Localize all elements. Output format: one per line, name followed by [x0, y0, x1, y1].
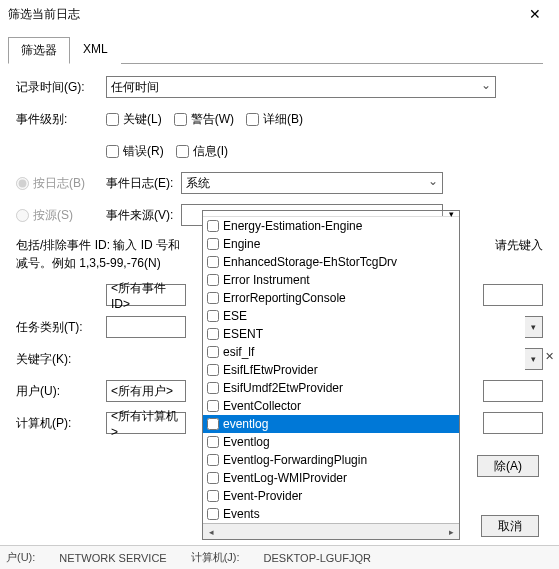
dropdown-item[interactable]: Eventlog-ForwardingPlugin	[203, 451, 459, 469]
dropdown-item[interactable]: Event-Provider	[203, 487, 459, 505]
dropdown-item[interactable]: EventCollector	[203, 397, 459, 415]
computer-input[interactable]: <所有计算机>	[106, 412, 186, 434]
dropdown-item[interactable]: ESE	[203, 307, 459, 325]
cancel-button[interactable]: 取消	[481, 515, 539, 537]
tab-filter[interactable]: 筛选器	[8, 37, 70, 64]
status-bar: 户(U): NETWORK SERVICE 计算机(J): DESKTOP-LG…	[0, 545, 559, 569]
task-dropdown-icon[interactable]	[525, 316, 543, 338]
label-level: 事件级别:	[16, 111, 106, 128]
radio-by-source: 按源(S)	[16, 207, 106, 224]
dropdown-list: Energy-Estimation-EngineEngineEnhancedSt…	[203, 217, 459, 523]
radio-by-log: 按日志(B)	[16, 175, 106, 192]
task-category-input[interactable]	[106, 316, 186, 338]
dropdown-item[interactable]: Engine	[203, 235, 459, 253]
check-verbose[interactable]: 详细(B)	[246, 111, 303, 128]
check-info[interactable]: 信息(I)	[176, 143, 228, 160]
check-critical[interactable]: 关键(L)	[106, 111, 162, 128]
dropdown-item[interactable]: eventlog	[203, 415, 459, 433]
dropdown-item[interactable]: Events	[203, 505, 459, 523]
horizontal-scrollbar[interactable]: ◂ ▸	[203, 523, 459, 539]
side-close-icon[interactable]: ✕	[545, 350, 557, 362]
dropdown-item[interactable]: Energy-Estimation-Engine	[203, 217, 459, 235]
label-logged: 记录时间(G):	[16, 79, 106, 96]
keywords-dropdown-icon[interactable]	[525, 348, 543, 370]
label-computer: 计算机(P):	[16, 415, 106, 432]
event-log-select[interactable]: 系统	[181, 172, 443, 194]
dropdown-item[interactable]: Eventlog	[203, 433, 459, 451]
chevron-down-icon[interactable]: ▾	[442, 211, 459, 216]
dropdown-item[interactable]: EnhancedStorage-EhStorTcgDrv	[203, 253, 459, 271]
user-input[interactable]: <所有用户>	[106, 380, 186, 402]
label-task: 任务类别(T):	[16, 319, 106, 336]
tab-xml[interactable]: XML	[70, 37, 121, 64]
dropdown-item[interactable]: EsifLfEtwProvider	[203, 361, 459, 379]
tab-strip: 筛选器 XML	[8, 36, 543, 64]
check-warning[interactable]: 警告(W)	[174, 111, 234, 128]
dropdown-item[interactable]: EsifUmdf2EtwProvider	[203, 379, 459, 397]
logged-time-select[interactable]: 任何时间	[106, 76, 496, 98]
scroll-right-icon[interactable]: ▸	[443, 527, 459, 537]
close-icon[interactable]: ✕	[515, 0, 555, 28]
label-event-log: 事件日志(E):	[106, 175, 173, 192]
event-id-input[interactable]: <所有事件 ID>	[106, 284, 186, 306]
extra-input-1[interactable]	[483, 284, 543, 306]
scroll-left-icon[interactable]: ◂	[203, 527, 219, 537]
dropdown-item[interactable]: ESENT	[203, 325, 459, 343]
dropdown-item[interactable]: EventLog-WMIProvider	[203, 469, 459, 487]
label-event-source: 事件来源(V):	[106, 207, 173, 224]
check-error[interactable]: 错误(R)	[106, 143, 164, 160]
title-bar: 筛选当前日志 ✕	[0, 0, 559, 28]
filter-dialog: 筛选当前日志 ✕ 筛选器 XML 记录时间(G): 任何时间 事件级别: 关键(…	[0, 0, 559, 569]
label-keywords: 关键字(K):	[16, 351, 106, 368]
event-source-dropdown: ▾ Energy-Estimation-EngineEngineEnhanced…	[202, 210, 460, 540]
extra-input-2[interactable]	[483, 380, 543, 402]
dropdown-item[interactable]: esif_lf	[203, 343, 459, 361]
dropdown-item[interactable]: Error Instrument	[203, 271, 459, 289]
clear-button[interactable]: 除(A)	[477, 455, 539, 477]
window-title: 筛选当前日志	[8, 6, 515, 23]
dropdown-item[interactable]: ErrorReportingConsole	[203, 289, 459, 307]
label-user: 用户(U):	[16, 383, 106, 400]
extra-input-3[interactable]	[483, 412, 543, 434]
